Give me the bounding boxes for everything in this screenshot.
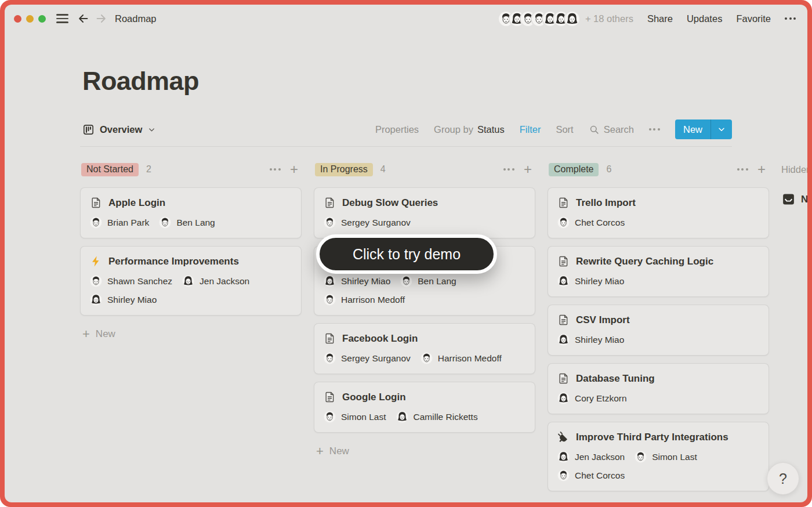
assignee-avatar <box>90 275 102 287</box>
forward-arrow-icon[interactable] <box>94 12 108 26</box>
column-more-icon[interactable] <box>270 168 281 171</box>
card-title: Database Tuning <box>576 373 655 385</box>
assignee-row: Harrison Medoff <box>324 294 525 306</box>
breadcrumb-page-title[interactable]: Roadmap <box>115 13 157 24</box>
assignee-avatar <box>557 216 570 229</box>
assignee-chip: Simon Last <box>635 451 697 463</box>
assignee-avatar <box>557 275 570 287</box>
view-toolbar: Overview Properties Group by Status Filt… <box>80 119 732 147</box>
column-more-icon[interactable] <box>737 168 748 171</box>
close-window-button[interactable] <box>14 15 21 23</box>
back-arrow-icon[interactable] <box>77 12 90 26</box>
column-count: 6 <box>606 164 611 175</box>
assignee-chip: Shirley Miao <box>557 334 624 346</box>
traffic-lights <box>14 15 46 23</box>
task-card[interactable]: Rewrite Query Caching Logic Shirley Miao <box>548 246 769 297</box>
updates-button[interactable]: Updates <box>687 13 722 24</box>
sidebar-menu-icon[interactable] <box>56 14 68 23</box>
zap-icon <box>90 255 102 267</box>
view-switcher[interactable]: Overview <box>82 124 156 136</box>
toolbar-more-icon[interactable] <box>649 128 660 131</box>
chevron-down-icon <box>147 125 156 134</box>
assignee-name: Chet Corcos <box>575 470 625 481</box>
task-card[interactable]: Improve Third Party Integrations Jen Jac… <box>548 422 769 491</box>
search-icon <box>589 124 600 135</box>
column-add-icon[interactable]: + <box>757 164 766 175</box>
card-title: Facebook Login <box>342 333 418 345</box>
assignee-name: Harrison Medoff <box>341 295 405 305</box>
assignee-chip: Shirley Miao <box>324 275 390 287</box>
assignee-chip: Ben Lang <box>400 275 456 287</box>
hidden-group-no-status[interactable]: No Status <box>781 192 807 207</box>
assignee-avatar <box>557 469 570 481</box>
task-card[interactable]: Google Login Simon Last Camille Ricketts <box>314 382 535 433</box>
assignee-avatar <box>324 294 336 306</box>
column-add-icon[interactable]: + <box>524 164 532 175</box>
assignee-name: Shirley Miao <box>575 276 624 287</box>
column-new-button[interactable]: + New <box>82 328 302 340</box>
board-column: In Progress 4 + Debug Slow Queries Serge… <box>314 162 535 499</box>
assignee-avatar <box>90 294 102 306</box>
column-add-icon[interactable]: + <box>290 164 298 175</box>
assignee-name: Jen Jackson <box>575 452 625 462</box>
new-button-caret-icon[interactable] <box>711 125 732 134</box>
topbar: Roadmap + 18 others Share Updates Favori… <box>5 5 807 32</box>
new-button-label: New <box>675 124 710 135</box>
assignee-name: Sergey Surganov <box>341 353 411 364</box>
topbar-more-icon[interactable] <box>785 17 796 20</box>
assignee-chip: Jen Jackson <box>557 451 625 463</box>
filter-button[interactable]: Filter <box>520 124 541 135</box>
card-title: CSV Import <box>576 314 630 326</box>
column-more-icon[interactable] <box>503 168 514 171</box>
try-demo-overlay-button[interactable]: Click to try demo <box>316 234 497 274</box>
assignee-row: Shirley Miao <box>557 275 759 287</box>
assignee-name: Jen Jackson <box>200 276 249 287</box>
group-by-button[interactable]: Group by Status <box>434 124 505 135</box>
assignee-chip: Harrison Medoff <box>420 352 502 364</box>
properties-button[interactable]: Properties <box>375 124 419 135</box>
task-card[interactable]: Apple Login Brian Park Ben Lang <box>80 187 302 238</box>
search-button[interactable]: Search <box>589 124 634 135</box>
task-card[interactable]: Trello Import Chet Corcos <box>548 187 769 238</box>
doc-icon <box>557 197 570 209</box>
favorite-button[interactable]: Favorite <box>736 13 771 24</box>
help-button[interactable]: ? <box>767 462 799 495</box>
hidden-columns-label[interactable]: Hidden <box>781 162 807 177</box>
assignee-name: Camille Ricketts <box>414 412 478 422</box>
more-collaborators-label: + 18 others <box>585 13 633 24</box>
column-new-button[interactable]: + New <box>316 446 535 457</box>
assignee-name: Harrison Medoff <box>438 353 502 364</box>
assignee-chip: Camille Ricketts <box>396 411 478 423</box>
assignee-avatar <box>182 275 194 287</box>
assignee-name: Shirley Miao <box>575 335 624 345</box>
assignee-row: Shawn Sanchez Jen Jackson <box>90 275 292 287</box>
assignee-rows: Chet Corcos <box>557 216 759 229</box>
page-title: Roadmap <box>82 66 807 96</box>
task-card[interactable]: CSV Import Shirley Miao <box>548 305 769 356</box>
group-by-value: Status <box>477 124 505 135</box>
task-card[interactable]: Debug Slow Queries Sergey Surganov <box>314 187 535 238</box>
task-card[interactable]: Performance Improvements Shawn Sanchez J… <box>80 246 302 316</box>
assignee-rows: Sergey Surganov <box>324 216 525 229</box>
assignee-rows: Shirley Miao Ben Lang Harrison Medoff <box>324 275 525 306</box>
column-badge: In Progress <box>315 163 373 176</box>
assignee-chip: Chet Corcos <box>557 216 625 229</box>
assignee-row: Shirley Miao <box>90 294 292 306</box>
card-title: Rewrite Query Caching Logic <box>576 256 713 267</box>
new-button[interactable]: New <box>675 119 732 139</box>
assignee-avatar <box>557 392 570 404</box>
zoom-window-button[interactable] <box>38 15 46 23</box>
board-column: Not Started 2 + Apple Login Brian Park B… <box>80 162 302 499</box>
plus-icon: + <box>82 328 90 340</box>
minimize-window-button[interactable] <box>26 15 34 23</box>
column-header: Complete 6 + <box>548 162 769 177</box>
task-card[interactable]: Facebook Login Sergey Surganov Harrison … <box>314 323 535 374</box>
board: Not Started 2 + Apple Login Brian Park B… <box>80 162 807 499</box>
task-card[interactable]: Database Tuning Cory Etzkorn <box>548 363 769 414</box>
card-title: Trello Import <box>576 197 636 209</box>
assignee-name: Simon Last <box>652 452 697 462</box>
assignee-avatar <box>557 334 570 346</box>
share-button[interactable]: Share <box>647 13 673 24</box>
avatar-stack[interactable] <box>498 10 581 27</box>
sort-button[interactable]: Sort <box>556 124 573 135</box>
